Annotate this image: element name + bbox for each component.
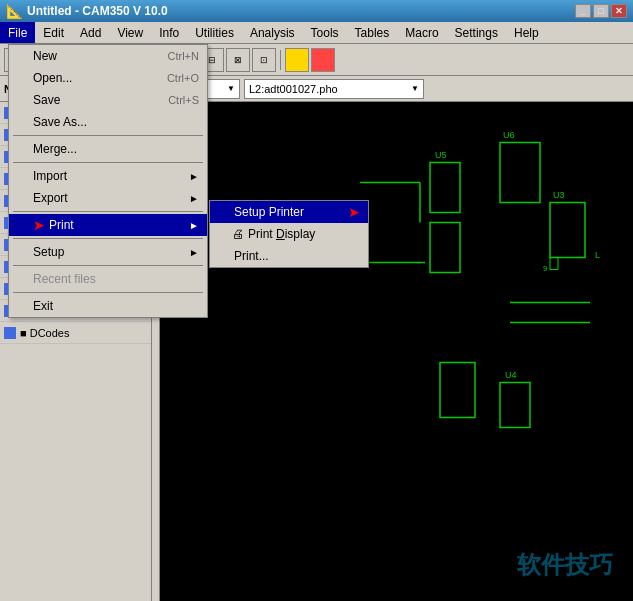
minimize-button[interactable]: _ bbox=[575, 4, 591, 18]
import-submenu-arrow: ► bbox=[189, 171, 199, 182]
svg-text:U6: U6 bbox=[503, 130, 515, 140]
menu-utilities[interactable]: Utilities bbox=[187, 22, 242, 43]
menu-item-print-dots[interactable]: Print... bbox=[210, 245, 368, 267]
menu-item-open-shortcut: Ctrl+O bbox=[147, 72, 199, 84]
svg-text:9: 9 bbox=[543, 264, 548, 273]
svg-rect-4 bbox=[440, 363, 475, 418]
menu-macro[interactable]: Macro bbox=[397, 22, 446, 43]
menu-item-print-display[interactable]: 🖨 Print Display bbox=[210, 223, 368, 245]
menu-edit[interactable]: Edit bbox=[35, 22, 72, 43]
menu-tables[interactable]: Tables bbox=[347, 22, 398, 43]
list-item[interactable]: ■ DCodes bbox=[0, 322, 151, 344]
menu-separator bbox=[13, 265, 203, 266]
svg-text:L: L bbox=[595, 250, 600, 260]
svg-rect-5 bbox=[500, 383, 530, 428]
print-submenu-arrow: ► bbox=[189, 220, 199, 231]
print-dots-label: Print... bbox=[234, 249, 269, 263]
menu-item-saveas[interactable]: Save As... bbox=[9, 111, 207, 133]
layer-color-swatch bbox=[4, 327, 16, 339]
menu-separator bbox=[13, 211, 203, 212]
toolbar-color2[interactable] bbox=[311, 48, 335, 72]
menu-item-new-label: New bbox=[33, 49, 57, 63]
setup-submenu-arrow: ► bbox=[189, 247, 199, 258]
menu-item-open[interactable]: Open... Ctrl+O bbox=[9, 67, 207, 89]
menu-separator bbox=[13, 135, 203, 136]
svg-rect-2 bbox=[500, 143, 540, 203]
menu-item-setup-label: Setup bbox=[33, 245, 64, 259]
toolbar-btn7[interactable]: ⊡ bbox=[252, 48, 276, 72]
menu-item-import[interactable]: Import ► bbox=[9, 165, 207, 187]
menu-item-save-shortcut: Ctrl+S bbox=[148, 94, 199, 106]
app-icon: 📐 bbox=[6, 3, 23, 19]
title-bar: 📐 Untitled - CAM350 V 10.0 _ □ ✕ bbox=[0, 0, 633, 22]
svg-text:U4: U4 bbox=[505, 370, 517, 380]
printer-icon: 🖨 bbox=[232, 227, 244, 241]
menu-settings[interactable]: Settings bbox=[447, 22, 506, 43]
menu-item-save-label: Save bbox=[33, 93, 60, 107]
menu-item-new-shortcut: Ctrl+N bbox=[148, 50, 199, 62]
menu-item-open-label: Open... bbox=[33, 71, 72, 85]
menu-separator bbox=[13, 238, 203, 239]
menu-item-setup-printer[interactable]: Setup Printer ➤ bbox=[210, 201, 368, 223]
canvas-area: U5 U6 U3 L U4 9 软件技巧 bbox=[160, 102, 633, 601]
svg-text:U3: U3 bbox=[553, 190, 565, 200]
menu-item-saveas-label: Save As... bbox=[33, 115, 87, 129]
svg-text:U5: U5 bbox=[435, 150, 447, 160]
title-bar-controls: _ □ ✕ bbox=[575, 4, 627, 18]
menu-item-new[interactable]: New Ctrl+N bbox=[9, 45, 207, 67]
svg-rect-0 bbox=[430, 163, 460, 213]
menu-item-import-label: Import bbox=[33, 169, 67, 183]
menu-analysis[interactable]: Analysis bbox=[242, 22, 303, 43]
menu-item-print-label: Print bbox=[49, 218, 74, 232]
watermark: 软件技巧 bbox=[517, 549, 613, 581]
menu-info[interactable]: Info bbox=[151, 22, 187, 43]
menu-bar: File Edit Add View Info Utilities Analys… bbox=[0, 22, 633, 44]
menu-item-print[interactable]: ➤ Print ► bbox=[9, 214, 207, 236]
svg-rect-3 bbox=[550, 203, 585, 258]
menu-separator bbox=[13, 162, 203, 163]
menu-file[interactable]: File bbox=[0, 22, 35, 43]
setup-printer-arrow-icon: ➤ bbox=[348, 204, 360, 220]
menu-item-recent-label: Recent files bbox=[33, 272, 96, 286]
menu-separator bbox=[13, 292, 203, 293]
maximize-button[interactable]: □ bbox=[593, 4, 609, 18]
menu-item-export-label: Export bbox=[33, 191, 68, 205]
menu-item-export[interactable]: Export ► bbox=[9, 187, 207, 209]
menu-item-recent: Recent files bbox=[9, 268, 207, 290]
layer-dropdown-arrow: ▼ bbox=[227, 84, 235, 93]
export-submenu-arrow: ► bbox=[189, 193, 199, 204]
svg-rect-1 bbox=[430, 223, 460, 273]
menu-item-merge[interactable]: Merge... bbox=[9, 138, 207, 160]
toolbar-sep3 bbox=[280, 50, 281, 70]
toolbar-color1[interactable] bbox=[285, 48, 309, 72]
title-bar-text: Untitled - CAM350 V 10.0 bbox=[27, 4, 168, 18]
menu-help[interactable]: Help bbox=[506, 22, 547, 43]
pcb-canvas: U5 U6 U3 L U4 9 bbox=[160, 102, 633, 601]
close-button[interactable]: ✕ bbox=[611, 4, 627, 18]
menu-view[interactable]: View bbox=[109, 22, 151, 43]
toolbar-btn6[interactable]: ⊠ bbox=[226, 48, 250, 72]
layer-label: ■ DCodes bbox=[20, 327, 69, 339]
menu-item-exit-label: Exit bbox=[33, 299, 53, 313]
menu-add[interactable]: Add bbox=[72, 22, 109, 43]
menu-item-merge-label: Merge... bbox=[33, 142, 77, 156]
file-select[interactable]: L2:adt001027.pho ▼ bbox=[244, 79, 424, 99]
menu-item-exit[interactable]: Exit bbox=[9, 295, 207, 317]
menu-item-setup[interactable]: Setup ► bbox=[9, 241, 207, 263]
print-display-label: Print Display bbox=[248, 227, 315, 241]
file-menu-dropdown: New Ctrl+N Open... Ctrl+O Save Ctrl+S Sa… bbox=[8, 44, 208, 318]
setup-printer-label: Setup Printer bbox=[234, 205, 304, 219]
svg-rect-16 bbox=[550, 258, 558, 270]
print-arrow-icon: ➤ bbox=[33, 217, 45, 233]
menu-item-save[interactable]: Save Ctrl+S bbox=[9, 89, 207, 111]
file-dropdown-arrow: ▼ bbox=[411, 84, 419, 93]
menu-tools[interactable]: Tools bbox=[303, 22, 347, 43]
print-submenu-dropdown: Setup Printer ➤ 🖨 Print Display Print... bbox=[209, 200, 369, 268]
file-select-value: L2:adt001027.pho bbox=[249, 83, 338, 95]
